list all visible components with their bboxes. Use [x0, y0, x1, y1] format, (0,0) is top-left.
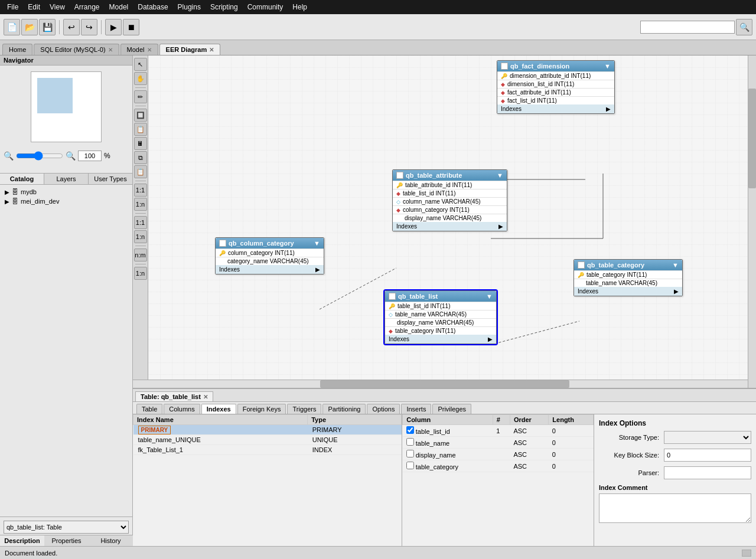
left-tab-catalog[interactable]: Catalog — [0, 174, 44, 184]
table-expand-ta[interactable]: ▼ — [497, 172, 503, 179]
inner-tab-indexes[interactable]: Indexes — [201, 404, 236, 414]
menu-community[interactable]: Community — [243, 0, 288, 14]
zoom-in-icon[interactable]: 🔍 — [66, 151, 76, 161]
index-comment-textarea[interactable] — [599, 493, 751, 523]
vt-rel-1n[interactable]: 1:n — [134, 198, 147, 211]
vt-paste-tool[interactable]: 📋 — [134, 165, 147, 178]
search-input[interactable] — [640, 21, 735, 34]
tree-item-mei[interactable]: ▶ 🗄 mei_dim_dev — [2, 197, 130, 206]
undo-button[interactable]: ↩ — [63, 19, 80, 35]
idx-col-check-4[interactable]: table_category — [403, 460, 493, 472]
eer-indexes-fd[interactable]: Indexes▶ — [497, 104, 614, 113]
idx-col-checkbox-2[interactable] — [406, 438, 414, 446]
bottom-tab-table[interactable]: Table: qb_table_list ✕ — [135, 391, 213, 401]
index-row-fk[interactable]: fk_Table_List_1 INDEX — [133, 445, 402, 455]
inner-tab-privileges[interactable]: Privileges — [432, 404, 471, 414]
save-button[interactable]: 💾 — [39, 19, 56, 35]
vt-rel-11b[interactable]: 1:1 — [134, 216, 147, 229]
inner-tab-triggers[interactable]: Triggers — [287, 404, 321, 414]
table-expand-tl[interactable]: ▼ — [486, 293, 493, 300]
idx-col-check-1[interactable]: table_list_id — [403, 425, 493, 437]
tab-sql-editor[interactable]: SQL Editor (MySQL-0) ✕ — [34, 44, 119, 55]
vertical-scrollbar[interactable] — [748, 55, 756, 388]
zoom-out-icon[interactable]: 🔍 — [4, 151, 14, 161]
vt-rel-nm[interactable]: n:m — [134, 249, 147, 261]
inner-tab-options[interactable]: Options — [367, 404, 400, 414]
inner-tab-inserts[interactable]: Inserts — [401, 404, 431, 414]
index-name-primary[interactable]: PRIMARY — [133, 425, 308, 435]
left-tab-layers[interactable]: Layers — [44, 174, 89, 184]
tab-sql-close[interactable]: ✕ — [108, 47, 113, 53]
vt-rel-1nb[interactable]: 1:n — [134, 230, 147, 243]
eer-table-qb-table-attribute[interactable]: qb_table_attribute ▼ 🔑table_attribute_id… — [392, 169, 507, 231]
tab-model[interactable]: Model ✕ — [120, 44, 158, 55]
idx-col-checkbox-1[interactable] — [406, 426, 414, 434]
table-expand-tc[interactable]: ▼ — [672, 261, 679, 269]
parser-input[interactable] — [664, 466, 751, 479]
eer-table-qb-fact-dimension[interactable]: qb_fact_dimension ▼ 🔑dimension_attribute… — [497, 60, 615, 114]
eer-indexes-cc[interactable]: Indexes▶ — [216, 265, 324, 274]
table-expand-cc[interactable]: ▼ — [314, 240, 320, 247]
tree-item-mydb[interactable]: ▶ 🗄 mydb — [2, 187, 130, 197]
tab-eer-diagram[interactable]: EER Diagram ✕ — [159, 44, 221, 55]
menu-file[interactable]: File — [2, 0, 23, 14]
execute-button[interactable]: ▶ — [105, 19, 122, 35]
eer-table-qb-table-list[interactable]: qb_table_list ▼ 🔑table_list_id INT(11) ◇… — [384, 290, 497, 344]
redo-button[interactable]: ↪ — [81, 19, 97, 35]
vt-rel-1nc[interactable]: 1:n — [134, 267, 147, 280]
idx-col-check-3[interactable]: display_name — [403, 449, 493, 460]
zoom-input[interactable] — [78, 151, 102, 161]
menu-help[interactable]: Help — [288, 0, 312, 14]
vt-calc-tool[interactable]: 🖩 — [134, 137, 147, 150]
index-row-primary[interactable]: PRIMARY PRIMARY — [133, 425, 402, 435]
table-select[interactable]: qb_table_list: Table — [4, 521, 129, 534]
vt-select-tool[interactable]: ↖ — [134, 58, 147, 71]
left-tab-user-types[interactable]: User Types — [89, 174, 132, 184]
vt-rel-11[interactable]: 1:1 — [134, 184, 147, 197]
idx-col-checkbox-3[interactable] — [406, 450, 414, 457]
menu-plugins[interactable]: Plugins — [173, 0, 206, 14]
idx-col-check-2[interactable]: table_name — [403, 437, 493, 449]
menu-scripting[interactable]: Scripting — [206, 0, 243, 14]
eer-table-header-qb-table-attribute[interactable]: qb_table_attribute ▼ — [393, 170, 507, 181]
eer-table-header-qb-table-category[interactable]: qb_table_category ▼ — [574, 260, 682, 270]
vt-layer-tool[interactable]: 📋 — [134, 123, 147, 136]
vt-copy-tool[interactable]: ⧉ — [134, 151, 147, 164]
stop-button[interactable]: ⏹ — [123, 19, 139, 35]
navigator-canvas[interactable] — [31, 71, 102, 142]
menu-edit[interactable]: Edit — [23, 0, 45, 14]
menu-view[interactable]: View — [45, 0, 70, 14]
inner-tab-partitioning[interactable]: Partitioning — [322, 404, 366, 414]
vt-zoom-tool[interactable]: 🔲 — [134, 109, 147, 122]
eer-indexes-ta[interactable]: Indexes▶ — [393, 222, 507, 231]
menu-arrange[interactable]: Arrange — [70, 0, 105, 14]
eer-indexes-tc[interactable]: Indexes▶ — [574, 287, 682, 296]
index-row-unique[interactable]: table_name_UNIQUE UNIQUE — [133, 435, 402, 445]
idx-col-checkbox-4[interactable] — [406, 462, 414, 469]
eer-table-header-qb-column-category[interactable]: qb_column_category ▼ — [216, 238, 324, 249]
zoom-slider[interactable] — [16, 151, 63, 161]
eer-table-qb-column-category[interactable]: qb_column_category ▼ 🔑column_category IN… — [215, 237, 324, 274]
tab-eer-close[interactable]: ✕ — [209, 47, 214, 53]
eer-table-header-qb-table-list[interactable]: qb_table_list ▼ — [385, 291, 496, 302]
vt-rubber-tool[interactable]: ✏ — [134, 90, 147, 103]
tab-model-close[interactable]: ✕ — [147, 47, 152, 53]
bnav-tab-properties[interactable]: Properties — [44, 535, 89, 546]
inner-tab-columns[interactable]: Columns — [164, 404, 200, 414]
new-button[interactable]: 📄 — [4, 19, 20, 35]
bnav-tab-history[interactable]: History — [89, 535, 133, 546]
eer-table-qb-table-category[interactable]: qb_table_category ▼ 🔑table_category INT(… — [573, 259, 683, 296]
inner-tab-table[interactable]: Table — [136, 404, 162, 414]
menu-model[interactable]: Model — [105, 0, 133, 14]
table-expand-icon[interactable]: ▼ — [604, 63, 611, 70]
index-name-unique[interactable]: table_name_UNIQUE — [133, 435, 308, 445]
search-button[interactable]: 🔍 — [736, 19, 752, 35]
index-name-fk[interactable]: fk_Table_List_1 — [133, 445, 308, 455]
tab-home[interactable]: Home — [2, 44, 32, 55]
bnav-tab-description[interactable]: Description — [0, 535, 44, 546]
inner-tab-foreign-keys[interactable]: Foreign Keys — [237, 404, 286, 414]
eer-indexes-tl[interactable]: Indexes▶ — [385, 335, 496, 344]
eer-table-header-qb-fact-dimension[interactable]: qb_fact_dimension ▼ — [497, 61, 614, 71]
vt-hand-tool[interactable]: ✋ — [134, 72, 147, 85]
key-block-size-input[interactable] — [664, 449, 751, 462]
